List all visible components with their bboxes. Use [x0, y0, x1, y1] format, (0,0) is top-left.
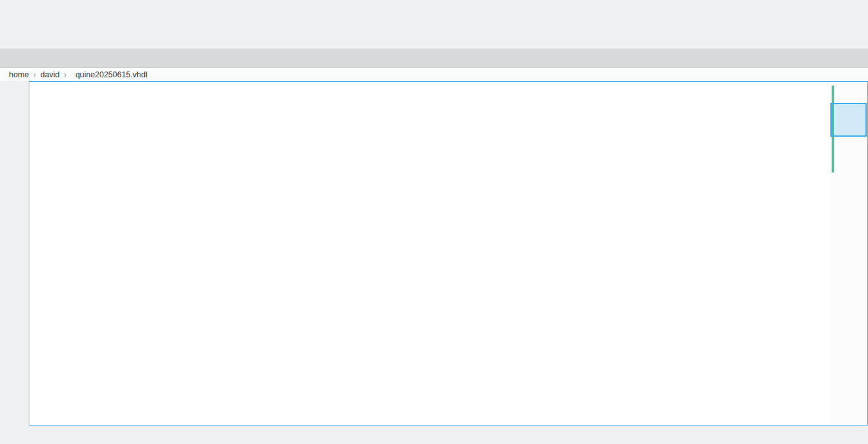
chevron-right-icon: › — [33, 70, 36, 79]
chevron-right-icon: › — [64, 70, 66, 79]
code-area[interactable] — [29, 82, 830, 425]
breadcrumb-david[interactable]: david — [40, 70, 59, 79]
breadcrumb-file[interactable]: quine20250615.vhdl — [75, 70, 147, 79]
editor-view[interactable] — [29, 81, 868, 425]
status-bar — [0, 425, 868, 444]
main-area — [0, 81, 868, 425]
minimap-scrollbar[interactable] — [830, 82, 867, 424]
breadcrumb-home[interactable]: home — [9, 70, 29, 79]
toolbar — [0, 19, 868, 49]
kate-window: home › david › quine20250615.vhdl — [0, 0, 868, 444]
menubar — [0, 0, 868, 19]
breadcrumb: home › david › quine20250615.vhdl — [0, 68, 868, 81]
tab-bar — [0, 49, 868, 68]
minimap-viewport-handle[interactable] — [830, 103, 867, 137]
left-dock — [0, 81, 29, 425]
